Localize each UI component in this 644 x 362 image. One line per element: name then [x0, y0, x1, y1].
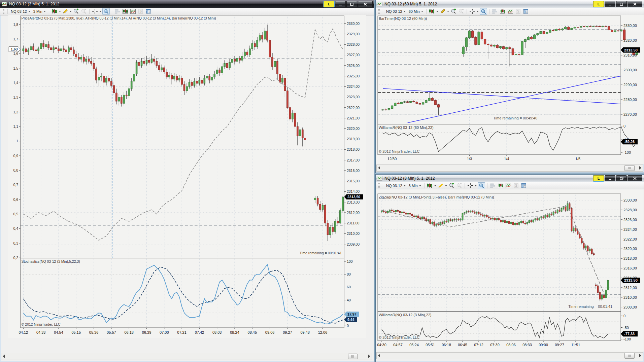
- time-axis-label: 09:48: [300, 330, 310, 334]
- chart-area[interactable]: 2330,002329,002328,002327,002326,002325,…: [0, 15, 374, 352]
- axis-tick-label: 0,3: [13, 241, 18, 245]
- data-box-icon: [103, 9, 109, 14]
- axis-tick-label: -50: [623, 326, 629, 330]
- separator: [489, 9, 489, 14]
- minimize-button[interactable]: [605, 1, 615, 7]
- scroll-left-arrow-icon[interactable]: [378, 354, 380, 357]
- horizontal-scrollbar[interactable]: [376, 352, 643, 359]
- chart-panels-button[interactable]: [114, 8, 121, 14]
- interval-select[interactable]: 3 Min: [408, 183, 422, 188]
- close-button[interactable]: [628, 175, 642, 181]
- zoom-in-button[interactable]: [448, 183, 455, 189]
- account-dollar-button[interactable]: $: [515, 8, 521, 14]
- axis-tick-label: 1,2: [13, 110, 18, 114]
- zoom-out-button[interactable]: [80, 8, 87, 14]
- chevron-down-icon: [59, 11, 61, 12]
- minimize-button[interactable]: [605, 175, 615, 181]
- chart-properties-button[interactable]: [522, 8, 529, 14]
- account-dollar-icon: $: [138, 9, 143, 14]
- data-box-button[interactable]: [480, 8, 487, 15]
- zoom-in-button[interactable]: [73, 8, 79, 14]
- titlebar[interactable]: NQ 03-12 (3 Min) 5. 1. 2012 L: [0, 0, 374, 8]
- axis-tick-label: 2317,00: [347, 158, 360, 162]
- horizontal-scrollbar[interactable]: [376, 165, 643, 172]
- axis-tick-label: 40: [347, 298, 351, 302]
- drawing-tools-icon: [63, 9, 68, 14]
- instrument-select[interactable]: NQ 03-12: [385, 183, 407, 188]
- time-remaining-label: Time remaining = 00:01:41: [568, 304, 612, 309]
- crosshair-button[interactable]: [467, 183, 474, 189]
- scroll-right-arrow-icon[interactable]: [639, 354, 641, 357]
- time-axis-label: 08:24: [230, 330, 239, 334]
- chart-style-button[interactable]: [429, 8, 435, 14]
- chart-trader-button[interactable]: [497, 183, 504, 189]
- link-button[interactable]: L: [593, 175, 604, 181]
- minimize-button[interactable]: [335, 1, 346, 7]
- toolbar-grip[interactable]: [378, 9, 380, 14]
- time-axis-label: 08:33: [522, 343, 532, 347]
- interval-select[interactable]: 60 Min: [408, 9, 424, 14]
- scroll-right-arrow-icon[interactable]: [368, 355, 370, 358]
- scrollbar-thumb[interactable]: [624, 165, 635, 171]
- scroll-left-arrow-icon[interactable]: [3, 355, 5, 358]
- zoom-in-button[interactable]: [450, 8, 457, 14]
- account-dollar-button[interactable]: $: [137, 8, 144, 14]
- restore-button[interactable]: [616, 175, 627, 181]
- svg-text:$: $: [515, 184, 517, 187]
- interval-select[interactable]: 3 Min: [32, 9, 47, 14]
- data-box-button[interactable]: [102, 8, 110, 15]
- titlebar[interactable]: NQ 03-12 (60 Min) 5. 1. 2012 L: [376, 0, 644, 8]
- drawing-tools-button[interactable]: [439, 8, 446, 14]
- axis-tick-label: 2322,00: [347, 106, 360, 110]
- axis-tick-label: 0: [623, 124, 625, 128]
- horizontal-scrollbar[interactable]: [1, 353, 372, 360]
- scroll-right-arrow-icon[interactable]: [639, 166, 641, 170]
- zoom-out-button[interactable]: [458, 8, 465, 14]
- chart-style-button[interactable]: [427, 183, 433, 189]
- link-button[interactable]: L: [593, 1, 604, 7]
- chart-trader-button[interactable]: [499, 8, 506, 14]
- maximize-button[interactable]: [346, 1, 357, 7]
- williams-r-label: WilliamsR(NQ 03-12 (3 Min),22): [379, 313, 431, 317]
- chart-area[interactable]: 2330,002320,002310,002300,002290,002280,…: [376, 15, 644, 164]
- chart-panels-button[interactable]: [489, 183, 496, 189]
- interval-label: 60 Min: [409, 9, 420, 13]
- drawing-tools-button[interactable]: [437, 183, 444, 189]
- chart-style-icon: [429, 9, 435, 14]
- chart-panels-button[interactable]: [492, 8, 498, 14]
- scrollbar-thumb[interactable]: [624, 353, 635, 359]
- scroll-left-arrow-icon[interactable]: [378, 166, 380, 170]
- price-marker-label: 9,44: [347, 318, 354, 322]
- chart-area[interactable]: 2330,002328,002326,002324,002322,002320,…: [376, 189, 644, 352]
- chart-properties-button[interactable]: [520, 183, 527, 189]
- chart-properties-button[interactable]: [145, 8, 152, 14]
- instrument-label: NQ 03-12: [386, 184, 402, 188]
- maximize-button[interactable]: [616, 1, 627, 7]
- titlebar[interactable]: NQ 03-12 (3 Min) 5. 1. 2012 L: [376, 175, 644, 182]
- instrument-select[interactable]: NQ 03-12: [385, 9, 407, 14]
- data-box-button[interactable]: [478, 182, 485, 189]
- instrument-select[interactable]: NQ 03-12: [10, 9, 31, 14]
- chart-regions-button[interactable]: [505, 183, 512, 189]
- close-button[interactable]: [358, 1, 373, 7]
- chart-trader-button[interactable]: [122, 8, 129, 14]
- link-button[interactable]: L: [324, 1, 334, 7]
- scrollbar-thumb[interactable]: [348, 354, 358, 359]
- chart-style-button[interactable]: [51, 8, 58, 14]
- account-dollar-button[interactable]: $: [513, 183, 519, 189]
- axis-tick-label: 2310,00: [623, 295, 637, 299]
- toolbar-grip[interactable]: [3, 9, 4, 14]
- axis-tick-label: 2330,00: [623, 198, 637, 202]
- chart-regions-button[interactable]: [507, 8, 514, 14]
- zoom-out-button[interactable]: [456, 183, 463, 189]
- crosshair-button[interactable]: [469, 8, 476, 14]
- chart-regions-button[interactable]: [130, 8, 136, 14]
- axis-tick-label: 2310,00: [347, 231, 360, 236]
- axis-tick-label: 2328,00: [347, 42, 360, 46]
- chart-background: [376, 189, 644, 352]
- axis-tick-label: 2324,00: [623, 227, 637, 231]
- crosshair-button[interactable]: [92, 8, 98, 14]
- toolbar-grip[interactable]: [378, 183, 380, 188]
- drawing-tools-button[interactable]: [62, 8, 69, 14]
- close-button[interactable]: [628, 1, 642, 7]
